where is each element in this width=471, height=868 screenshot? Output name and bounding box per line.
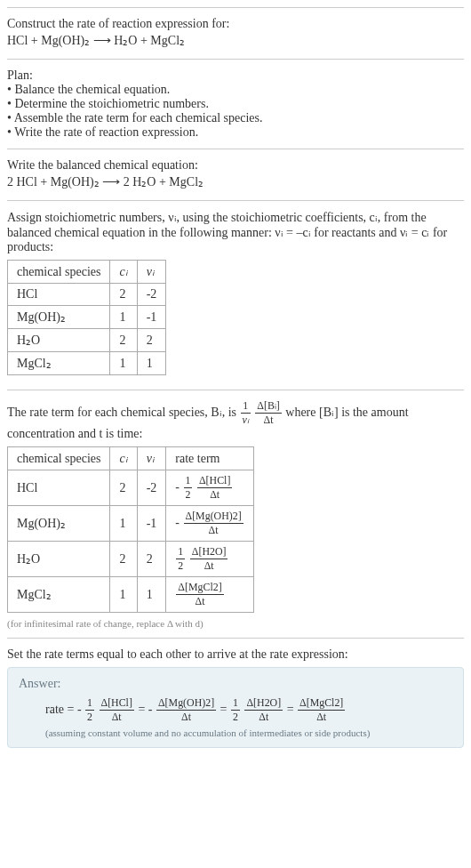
fraction: 12	[184, 474, 193, 502]
fraction: Δ[HCl]Δt	[197, 474, 232, 502]
minus-sign: -	[175, 480, 180, 494]
table-row: H₂O 2 2	[8, 329, 166, 352]
cell-species: HCl	[8, 284, 110, 306]
fraction: Δ[HCl]Δt	[100, 696, 134, 724]
fraction-den: Δt	[255, 414, 282, 427]
fraction: 12	[176, 545, 185, 573]
plan-section: Plan: • Balance the chemical equation. •…	[7, 59, 464, 149]
rate-term-delta-fraction: Δ[Bᵢ] Δt	[255, 399, 282, 427]
fraction-num: Δ[HCl]	[100, 696, 134, 711]
cell-ci: 1	[110, 506, 137, 542]
plan-item: • Write the rate of reaction expression.	[7, 125, 464, 140]
cell-ci: 2	[110, 329, 137, 352]
cell-rate-term: 12 Δ[H2O]Δt	[166, 542, 253, 577]
cell-species: Mg(OH)₂	[8, 506, 110, 542]
set-equal-text: Set the rate terms equal to each other t…	[7, 647, 464, 662]
answer-assumption: (assuming constant volume and no accumul…	[19, 727, 452, 738]
cell-species: HCl	[8, 470, 110, 506]
fraction-den: Δt	[197, 488, 232, 502]
col-vi: νᵢ	[137, 447, 166, 470]
fraction-num: 1	[241, 399, 251, 414]
fraction-num: Δ[H2O]	[190, 545, 228, 559]
col-species: chemical species	[8, 261, 110, 284]
cell-vi: -2	[137, 470, 166, 506]
cell-ci: 2	[110, 284, 137, 306]
col-ci: cᵢ	[110, 447, 137, 470]
fraction-den: Δt	[156, 711, 216, 724]
fraction-num: Δ[MgCl2]	[298, 696, 345, 711]
col-rate-term: rate term	[166, 447, 253, 470]
balanced-label: Write the balanced chemical equation:	[7, 158, 464, 173]
cell-vi: -1	[137, 306, 166, 329]
table-header-row: chemical species cᵢ νᵢ	[8, 261, 166, 284]
rate-term-intro: The rate term for each chemical species,…	[7, 399, 464, 441]
cell-vi: -1	[137, 506, 166, 542]
cell-rate-term: Δ[MgCl2]Δt	[166, 577, 253, 613]
fraction-den: 2	[231, 711, 240, 724]
fraction: Δ[H2O]Δt	[244, 696, 283, 724]
answer-rate-expression: rate = - 12 Δ[HCl]Δt = - Δ[Mg(OH)2]Δt = …	[19, 696, 452, 724]
plan-item: • Assemble the rate term for each chemic…	[7, 111, 464, 125]
cell-vi: 1	[137, 577, 166, 613]
cell-vi: -2	[137, 284, 166, 306]
rate-term-coef-fraction: 1 νᵢ	[241, 399, 251, 427]
stoich-table: chemical species cᵢ νᵢ HCl 2 -2 Mg(OH)₂ …	[7, 260, 166, 375]
fraction-num: 1	[184, 474, 193, 488]
fraction-num: Δ[Bᵢ]	[255, 399, 282, 414]
fraction-num: Δ[Mg(OH)2]	[156, 696, 216, 711]
minus-sign: -	[175, 516, 180, 529]
cell-vi: 2	[137, 542, 166, 577]
cell-ci: 2	[110, 542, 137, 577]
fraction-num: 1	[231, 696, 240, 711]
cell-rate-term: - 12 Δ[HCl]Δt	[166, 470, 253, 506]
table-note: (for infinitesimal rate of change, repla…	[7, 618, 464, 629]
fraction-num: 1	[85, 696, 94, 711]
fraction-den: Δt	[184, 524, 243, 537]
table-row: MgCl₂ 1 1	[8, 352, 166, 375]
rate-term-intro-text: The rate term for each chemical species,…	[7, 406, 240, 419]
cell-ci: 1	[110, 306, 137, 329]
fraction-den: 2	[176, 559, 185, 573]
cell-species: H₂O	[8, 329, 110, 352]
fraction: 12	[85, 696, 94, 724]
cell-rate-term: - Δ[Mg(OH)2]Δt	[166, 506, 253, 542]
cell-species: H₂O	[8, 542, 110, 577]
answer-section: Set the rate terms equal to each other t…	[7, 638, 464, 757]
minus-sign: -	[77, 703, 82, 716]
fraction: Δ[MgCl2]Δt	[298, 696, 345, 724]
minus-sign: -	[148, 703, 153, 716]
fraction-den: Δt	[100, 711, 134, 724]
fraction-den: Δt	[244, 711, 283, 724]
answer-box: Answer: rate = - 12 Δ[HCl]Δt = - Δ[Mg(OH…	[7, 667, 464, 748]
table-row: HCl2-2- 12 Δ[HCl]Δt	[8, 470, 254, 506]
unbalanced-equation: HCl + Mg(OH)₂ ⟶ H₂O + MgCl₂	[7, 31, 185, 50]
answer-label: Answer:	[19, 677, 452, 691]
fraction-den: Δt	[298, 711, 345, 724]
fraction-num: 1	[176, 545, 185, 559]
table-row: MgCl₂11Δ[MgCl2]Δt	[8, 577, 254, 613]
fraction-num: Δ[H2O]	[244, 696, 283, 711]
balanced-section: Write the balanced chemical equation: 2 …	[7, 149, 464, 200]
stoich-intro: Assign stoichiometric numbers, νᵢ, using…	[7, 210, 464, 254]
table-row: Mg(OH)₂1-1- Δ[Mg(OH)2]Δt	[8, 506, 254, 542]
fraction-num: Δ[HCl]	[197, 474, 232, 488]
cell-vi: 1	[137, 352, 166, 375]
cell-ci: 1	[110, 577, 137, 613]
cell-species: Mg(OH)₂	[8, 306, 110, 329]
rate-term-section: The rate term for each chemical species,…	[7, 390, 464, 638]
table-header-row: chemical species cᵢ νᵢ rate term	[8, 447, 254, 470]
fraction-num: Δ[MgCl2]	[176, 581, 223, 595]
fraction: Δ[Mg(OH)2]Δt	[184, 510, 243, 537]
fraction: Δ[Mg(OH)2]Δt	[156, 696, 216, 724]
fraction: Δ[MgCl2]Δt	[176, 581, 223, 608]
plan-item: • Balance the chemical equation.	[7, 83, 464, 97]
fraction-den: 2	[184, 488, 193, 502]
fraction-den: Δt	[176, 595, 223, 608]
cell-species: MgCl₂	[8, 577, 110, 613]
col-ci: cᵢ	[110, 261, 137, 284]
table-row: Mg(OH)₂ 1 -1	[8, 306, 166, 329]
col-species: chemical species	[8, 447, 110, 470]
stoich-section: Assign stoichiometric numbers, νᵢ, using…	[7, 200, 464, 390]
fraction-den: 2	[85, 711, 94, 724]
cell-species: MgCl₂	[8, 352, 110, 375]
